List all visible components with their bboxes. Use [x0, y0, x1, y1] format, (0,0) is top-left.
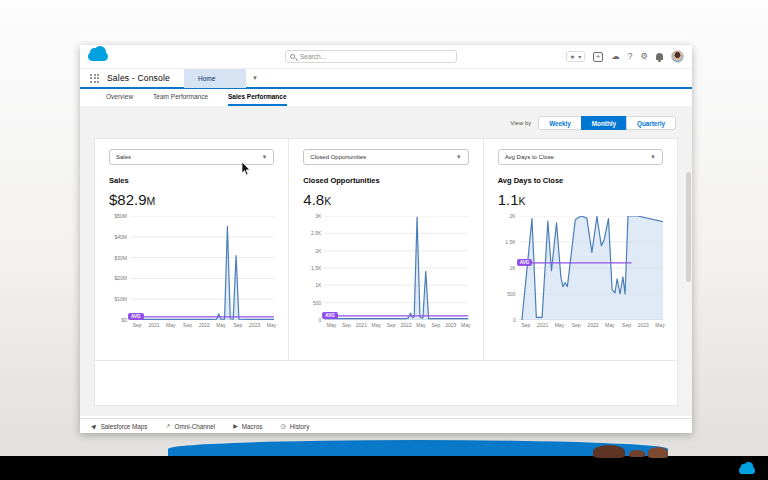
avg-badge: AVG: [517, 259, 533, 267]
scrollbar[interactable]: [686, 170, 691, 399]
sales-chart: $50M$40M$30M$20M$10M$0 AVG: [109, 216, 274, 320]
axis-tick: 500: [507, 291, 515, 297]
tab-sales-performance[interactable]: Sales Performance: [228, 93, 287, 106]
location-arrow-icon: ▶: [91, 422, 99, 430]
axis-tick: May: [327, 322, 336, 328]
axis-tick: 0: [513, 317, 516, 323]
axis-tick: 2021: [148, 322, 159, 328]
axis-tick: May: [166, 322, 175, 328]
axis-tick: $30M: [114, 255, 127, 261]
view-by-segmented: Weekly Monthly Quarterly: [538, 116, 676, 130]
global-search[interactable]: [285, 50, 457, 63]
dashboard-content: View by Weekly Monthly Quarterly Sales ▼…: [80, 106, 692, 416]
avg-days-chart: 2K1.5K1K5000 AVG: [498, 216, 663, 320]
metrics-card: Sales ▼ Sales $82.9M $50M$40M$30M$20M$10…: [94, 138, 678, 406]
axis-tick: Sep: [183, 322, 192, 328]
search-input[interactable]: [285, 50, 457, 63]
chevron-down-icon: ▾: [578, 53, 581, 60]
setup-gear-icon[interactable]: ⚙: [640, 52, 648, 61]
favorites-button[interactable]: ★ ▾: [566, 51, 585, 62]
closed-opps-metric-select[interactable]: Closed Opportunities ▼: [303, 149, 468, 165]
axis-tick: 2023: [638, 322, 649, 328]
view-by-weekly-button[interactable]: Weekly: [538, 116, 582, 130]
history-clock-icon: ◷: [280, 423, 285, 429]
y-axis: $50M$40M$30M$20M$10M$0: [109, 216, 130, 320]
hand-finger: [629, 450, 645, 457]
view-by-quarterly-button[interactable]: Quarterly: [626, 116, 676, 130]
utility-history[interactable]: ◷ History: [280, 423, 309, 430]
chevron-down-icon: ▼: [650, 154, 656, 160]
closed-opportunities-chart: 3K2.5K2K1.5K1K5000 AVG: [303, 216, 468, 320]
axis-tick: May: [372, 322, 381, 328]
kpi-value: 1.1K: [498, 191, 663, 208]
axis-tick: May: [216, 322, 225, 328]
axis-tick: Sep: [431, 322, 440, 328]
axis-tick: 3K: [315, 213, 321, 219]
axis-tick: 2022: [587, 322, 598, 328]
chart-panels: Sales ▼ Sales $82.9M $50M$40M$30M$20M$10…: [95, 139, 677, 361]
axis-tick: 2022: [401, 322, 412, 328]
view-by-control: View by Weekly Monthly Quarterly: [80, 106, 692, 138]
view-by-monthly-button[interactable]: Monthly: [581, 116, 627, 130]
closed-opportunities-panel: Closed Opportunities ▼ Closed Opportunit…: [288, 139, 482, 360]
axis-tick: $20M: [114, 275, 127, 281]
trailhead-cloud-icon[interactable]: ☁: [611, 52, 620, 61]
axis-tick: 1.5K: [505, 239, 515, 245]
axis-tick: 2023: [249, 322, 260, 328]
salesforce-logo: [739, 467, 755, 474]
plot-area: AVG: [130, 216, 274, 320]
axis-tick: 1K: [315, 282, 321, 288]
avg-days-metric-select[interactable]: Avg Days to Close ▼: [498, 149, 663, 165]
axis-tick: $40M: [114, 234, 127, 240]
select-value: Closed Opportunities: [310, 154, 366, 160]
workspace-tab-home[interactable]: Home: [184, 68, 246, 88]
axis-tick: Sep: [521, 322, 530, 328]
axis-tick: May: [416, 322, 425, 328]
letterbox-bar: [0, 456, 768, 480]
axis-tick: May: [655, 322, 664, 328]
axis-tick: Sep: [133, 322, 142, 328]
axis-tick: 500: [313, 300, 321, 306]
axis-tick: 2023: [445, 322, 456, 328]
omni-channel-icon: ↗: [166, 423, 171, 429]
axis-tick: $50M: [114, 213, 127, 219]
global-header: ★ ▾ + ☁ ? ⚙: [80, 45, 692, 69]
notifications-bell-icon[interactable]: [656, 53, 663, 60]
star-icon: ★: [570, 53, 575, 60]
axis-tick: May: [267, 322, 276, 328]
chevron-down-icon[interactable]: ▼: [252, 75, 258, 81]
app-name: Sales - Console: [107, 73, 170, 83]
axis-tick: 2021: [356, 322, 367, 328]
axis-tick: May: [461, 322, 470, 328]
avg-badge: AVG: [322, 312, 338, 320]
panel-title: Closed Opportunities: [303, 176, 468, 185]
avg-days-panel: Avg Days to Close ▼ Avg Days to Close 1.…: [483, 139, 677, 360]
scrollbar-thumb[interactable]: [686, 172, 691, 282]
axis-tick: 1.5K: [311, 265, 321, 271]
tab-team-performance[interactable]: Team Performance: [153, 93, 208, 106]
plot-area: AVG: [324, 216, 468, 320]
utility-salesforce-maps[interactable]: ▶ Salesforce Maps: [92, 423, 148, 430]
axis-tick: May: [605, 322, 614, 328]
macros-play-icon: ▶: [233, 423, 238, 429]
global-actions-icon[interactable]: +: [593, 52, 603, 62]
select-value: Sales: [116, 154, 131, 160]
axis-tick: May: [555, 322, 564, 328]
utility-macros[interactable]: ▶ Macros: [233, 423, 262, 430]
tab-overview[interactable]: Overview: [106, 93, 133, 106]
app-launcher-icon[interactable]: [90, 74, 99, 83]
search-icon: [290, 54, 295, 59]
salesforce-app-window: ★ ▾ + ☁ ? ⚙ Sales - Console Home ▼ Overv…: [80, 45, 692, 433]
mouse-cursor: [241, 162, 251, 176]
hand-finger: [648, 447, 668, 458]
utility-omni-channel[interactable]: ↗ Omni-Channel: [166, 423, 216, 430]
kpi-value: 4.8K: [303, 191, 468, 208]
axis-tick: Sep: [387, 322, 396, 328]
y-axis: 3K2.5K2K1.5K1K5000: [303, 216, 324, 320]
x-axis: Sep2021MaySep2022MaySep2023May: [519, 320, 663, 330]
user-avatar[interactable]: [671, 50, 684, 63]
axis-tick: 1K: [510, 265, 516, 271]
utility-bar: ▶ Salesforce Maps ↗ Omni-Channel ▶ Macro…: [80, 418, 692, 433]
axis-tick: Sep: [622, 322, 631, 328]
help-icon[interactable]: ?: [628, 52, 633, 61]
